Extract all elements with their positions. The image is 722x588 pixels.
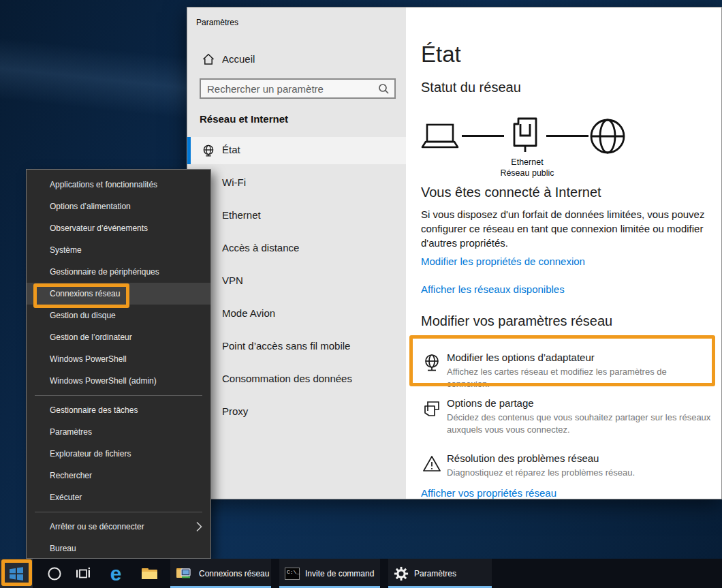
menu-item-apps-features[interactable]: Applications et fonctionnalités: [27, 174, 210, 196]
sidebar-item-label: Accueil: [222, 53, 255, 65]
sidebar-item-acces-distance[interactable]: Accès à distance: [187, 235, 406, 262]
sidebar-item-proxy[interactable]: Proxy: [187, 399, 406, 426]
network-connections-icon: [176, 566, 193, 581]
menu-item-system[interactable]: Système: [27, 239, 210, 261]
menu-item-label: Gestion du disque: [50, 311, 116, 320]
warning-icon: [422, 454, 441, 474]
menu-separator: [35, 512, 202, 512]
network-type: Réseau public: [486, 168, 568, 178]
menu-item-search[interactable]: Rechercher: [27, 465, 210, 486]
link-view-network-properties[interactable]: Afficher vos propriétés réseau: [421, 487, 556, 499]
settings-search[interactable]: [200, 78, 396, 99]
edge-browser-button[interactable]: e: [99, 559, 132, 588]
menu-item-label: Observateur d’événements: [50, 223, 148, 233]
menu-item-label: Options d’alimentation: [50, 202, 131, 211]
home-icon: [202, 53, 215, 65]
file-explorer-button[interactable]: [134, 559, 165, 588]
setting-row-title: Options de partage: [447, 397, 534, 409]
menu-item-powershell[interactable]: Windows PowerShell: [27, 348, 210, 370]
menu-item-desktop[interactable]: Bureau: [27, 538, 210, 559]
link-show-available-networks[interactable]: Afficher les réseaux disponibles: [421, 283, 565, 295]
menu-separator: [35, 395, 202, 396]
edge-icon: e: [110, 563, 122, 584]
menu-item-label: Gestionnaire des tâches: [50, 405, 138, 415]
settings-main-panel: État Statut du réseau: [406, 7, 721, 499]
sidebar-item-label: VPN: [222, 275, 243, 286]
desktop: Paramètres Accueil Réseau et Internet: [0, 0, 722, 588]
setting-row-description: Décidez des contenus que vous souhaitez …: [447, 412, 711, 436]
menu-item-label: Paramètres: [50, 427, 92, 437]
sidebar-item-ethernet[interactable]: Ethernet: [187, 202, 406, 230]
start-button[interactable]: [0, 559, 33, 588]
taskbar-app-network-connections[interactable]: Connexions réseau: [170, 559, 271, 588]
sidebar-item-label: Accès à distance: [222, 242, 299, 253]
adapter-globe-icon: [422, 354, 441, 373]
chevron-right-icon: [196, 521, 202, 532]
setting-row-title: Résolution des problèmes réseau: [447, 452, 599, 464]
sidebar-item-vpn[interactable]: VPN: [187, 268, 406, 295]
menu-item-computer-management[interactable]: Gestion de l’ordinateur: [27, 326, 210, 348]
menu-item-network-connections[interactable]: Connexions réseau: [27, 283, 210, 305]
menu-item-file-explorer[interactable]: Explorateur de fichiers: [27, 443, 210, 465]
sidebar-item-etat[interactable]: État: [187, 137, 406, 164]
network-status-heading: Statut du réseau: [421, 80, 521, 95]
network-status-diagram: Ethernet Réseau public: [421, 115, 707, 180]
menu-item-label: Bureau: [50, 544, 76, 553]
taskbar-app-settings[interactable]: Paramètres: [388, 559, 492, 588]
taskbar-app-label: Paramètres: [414, 569, 456, 578]
menu-item-label: Rechercher: [50, 471, 92, 480]
menu-item-powershell-admin[interactable]: Windows PowerShell (admin): [27, 370, 210, 392]
sidebar-item-home[interactable]: Accueil: [187, 48, 406, 72]
search-icon[interactable]: [378, 83, 390, 95]
cortana-button[interactable]: [40, 559, 69, 588]
sidebar-item-wifi[interactable]: Wi-Fi: [187, 170, 406, 197]
sidebar-item-label: Consommation des données: [222, 373, 352, 384]
setting-row-title: Modifier les options d’adaptateur: [447, 352, 595, 363]
menu-item-event-viewer[interactable]: Observateur d’événements: [27, 217, 210, 239]
sidebar-item-label: Proxy: [222, 405, 248, 417]
sidebar-item-label: Point d’accès sans fil mobile: [222, 340, 350, 352]
sidebar-section-heading: Réseau et Internet: [200, 113, 288, 125]
settings-window: Paramètres Accueil Réseau et Internet: [187, 7, 722, 499]
sidebar-nav: État Wi-Fi Ethernet Accès à distance VPN…: [187, 137, 406, 431]
menu-item-disk-management[interactable]: Gestion du disque: [27, 305, 210, 326]
taskbar-app-command-prompt[interactable]: C:\_ Invite de command: [279, 559, 380, 588]
link-change-connection-properties[interactable]: Modifier les propriétés de connexion: [421, 256, 585, 267]
windows-logo-icon: [9, 566, 24, 581]
selected-accent-bar: [187, 137, 191, 164]
laptop-icon: [421, 123, 459, 149]
menu-item-power-options[interactable]: Options d’alimentation: [27, 196, 210, 217]
sidebar-item-data-usage[interactable]: Consommation des données: [187, 366, 406, 393]
globe-icon: [202, 144, 215, 157]
sidebar-item-label: Wi-Fi: [222, 176, 246, 188]
taskbar-app-label: Invite de command: [305, 569, 374, 578]
search-input[interactable]: [201, 80, 394, 97]
command-prompt-icon: C:\_: [285, 568, 300, 580]
menu-item-run[interactable]: Exécuter: [27, 486, 210, 508]
page-title: État: [421, 42, 461, 67]
menu-item-device-manager[interactable]: Gestionnaire de périphériques: [27, 261, 210, 283]
ethernet-plug-icon: [511, 115, 539, 155]
menu-item-label: Exécuter: [50, 493, 82, 502]
folder-icon: [141, 567, 158, 581]
setting-row-description: Diagnostiquez et réparez les problèmes r…: [447, 467, 711, 479]
menu-item-task-manager[interactable]: Gestionnaire des tâches: [27, 399, 210, 421]
menu-item-settings[interactable]: Paramètres: [27, 421, 210, 443]
menu-item-label: Gestionnaire de périphériques: [50, 267, 159, 277]
sidebar-item-hotspot[interactable]: Point d’accès sans fil mobile: [187, 333, 406, 360]
connection-name: Ethernet: [486, 157, 568, 167]
taskbar: e Connexions réseau: [0, 559, 722, 588]
menu-item-label: Système: [50, 245, 82, 255]
menu-item-shutdown[interactable]: Arrêter ou se déconnecter: [27, 516, 210, 538]
task-view-icon: [76, 567, 91, 581]
sidebar-item-mode-avion[interactable]: Mode Avion: [187, 300, 406, 328]
sidebar-item-label: Mode Avion: [222, 307, 275, 319]
internet-globe-icon: [589, 118, 626, 155]
task-view-button[interactable]: [69, 559, 97, 588]
share-icon: [422, 399, 441, 418]
menu-item-label: Gestion de l’ordinateur: [50, 332, 132, 342]
diagram-connector-line: [462, 135, 504, 137]
taskbar-app-label: Connexions réseau: [199, 569, 269, 578]
menu-item-label: Arrêter ou se déconnecter: [50, 522, 144, 531]
menu-item-label: Applications et fonctionnalités: [50, 180, 157, 189]
